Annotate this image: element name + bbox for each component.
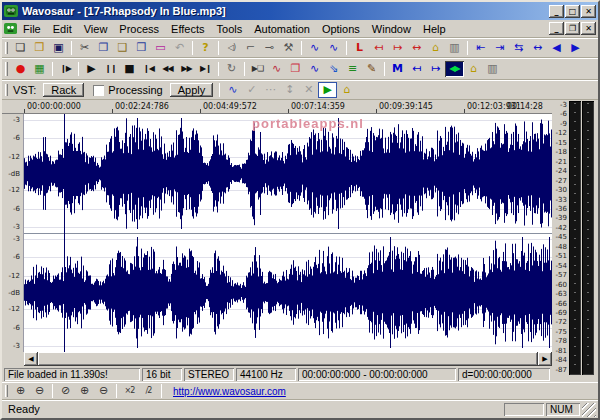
pause-icon[interactable]: ❙❙ (101, 61, 120, 77)
toolbar-gripper[interactable] (5, 84, 8, 97)
rewind-icon[interactable]: ◀◀ (158, 61, 177, 77)
loop-lock-icon[interactable]: ⌂ (426, 40, 445, 56)
vst-lock-icon[interactable]: ⌂ (337, 82, 356, 98)
zoom-x2-icon[interactable]: ×2 (120, 383, 139, 399)
region-list-icon[interactable]: ≡ (343, 61, 362, 77)
processing-checkbox[interactable] (93, 85, 104, 96)
next-view-icon[interactable]: ▶ (566, 40, 585, 56)
loop-start-icon[interactable]: L (350, 40, 369, 56)
mdi-restore-button[interactable]: ❐ (565, 22, 580, 35)
menu-item-process[interactable]: Process (113, 22, 165, 36)
close-button[interactable]: ✕ (581, 5, 596, 18)
record-options-icon[interactable]: ▦ (30, 61, 49, 77)
undo-icon[interactable]: ↶ (170, 40, 189, 56)
next-marker-icon[interactable]: ↦ (426, 61, 445, 77)
waveform-canvas[interactable] (24, 114, 552, 352)
pencil-icon[interactable]: ✎ (362, 61, 381, 77)
fade-icon[interactable]: ⇘ (324, 61, 343, 77)
go-end-icon[interactable]: ▶❙ (196, 61, 215, 77)
go-start-icon[interactable]: ❙◀ (139, 61, 158, 77)
resize-grip[interactable] (582, 403, 596, 417)
record-icon[interactable]: ● (11, 61, 30, 77)
menu-item-automation[interactable]: Automation (248, 22, 316, 36)
help-icon[interactable]: ? (196, 40, 215, 56)
menu-item-file[interactable]: File (17, 22, 47, 36)
zoom-vertical-out-icon[interactable]: ⊖ (94, 383, 113, 399)
menu-item-window[interactable]: Window (366, 22, 417, 36)
fit-wave-icon[interactable]: ∿ (324, 40, 343, 56)
horizontal-scrollbar[interactable]: ◀ ▶ (2, 352, 552, 366)
menu-item-view[interactable]: View (78, 22, 114, 36)
mdi-close-button[interactable]: ✕ (581, 22, 596, 35)
wrench-icon[interactable]: ⚒ (279, 40, 298, 56)
toolbar-gripper[interactable] (5, 385, 8, 396)
env-apply-icon[interactable]: ✓ (242, 82, 261, 98)
zoom-selection-icon[interactable]: ⊘ (56, 383, 75, 399)
zoom-wave-icon[interactable]: ∿ (305, 40, 324, 56)
prev-view-icon[interactable]: ◀ (547, 40, 566, 56)
open-folder-icon[interactable]: ❒ (30, 40, 49, 56)
envelope-icon[interactable]: ∿ (223, 82, 242, 98)
env-more-icon[interactable]: ⋯ (261, 82, 280, 98)
paste-icon[interactable]: ❑ (113, 40, 132, 56)
scrollbar-thumb[interactable] (38, 352, 538, 366)
menu-item-tools[interactable]: Tools (211, 22, 249, 36)
new-file-icon[interactable]: ❏ (11, 40, 30, 56)
fast-forward-icon[interactable]: ▶▶ (177, 61, 196, 77)
menu-item-effects[interactable]: Effects (165, 22, 210, 36)
zoom-in-icon[interactable]: ⊕ (11, 383, 30, 399)
env-delete-icon[interactable]: ✕ (299, 82, 318, 98)
zoom-out-icon[interactable]: ⊖ (30, 383, 49, 399)
save-icon[interactable]: ▣ (49, 40, 68, 56)
title-bar[interactable]: Wavosaur - [17-Rhapsody In Blue.mp3] _ □… (2, 2, 598, 20)
marker-lock-icon[interactable]: ⌂ (464, 61, 483, 77)
snap-left-icon[interactable]: ⇆ (509, 40, 528, 56)
toolbar-gripper[interactable] (5, 62, 8, 76)
crop-icon[interactable]: ▭ (151, 40, 170, 56)
loop-in-arrow-icon[interactable]: ↤ (369, 40, 388, 56)
maximize-button[interactable]: □ (565, 5, 580, 18)
zoom-vertical-in-icon[interactable]: ⊕ (75, 383, 94, 399)
prev-marker-icon[interactable]: ↤ (407, 61, 426, 77)
resample-icon[interactable]: ∿ (305, 61, 324, 77)
loop-playback-icon[interactable]: ↻ (222, 61, 241, 77)
statistics-icon[interactable]: ∿ (267, 61, 286, 77)
speaker-icon[interactable]: ◁) (222, 40, 241, 56)
marker-nav-icon[interactable]: ◀▶ (445, 61, 464, 77)
scroll-left-icon[interactable]: ◀ (24, 352, 38, 366)
stop-icon[interactable]: ■ (120, 61, 139, 77)
mdi-minimize-button[interactable]: _ (549, 22, 564, 35)
snap-right-icon[interactable]: ↔ (528, 40, 547, 56)
wavosaur-link[interactable]: http://www.wavosaur.com (173, 386, 286, 397)
loop-delete-icon[interactable]: ▥ (445, 40, 464, 56)
menu-item-edit[interactable]: Edit (47, 22, 78, 36)
vst-rack-button[interactable]: Rack (43, 83, 84, 97)
marker-icon[interactable]: M (388, 61, 407, 77)
zoom-sel-out-icon[interactable]: ⇥ (490, 40, 509, 56)
copy-regions-icon[interactable]: ❐ (286, 61, 305, 77)
marker-delete-icon[interactable]: ▥ (483, 61, 502, 77)
monitor-play-icon[interactable]: ▶ (318, 82, 337, 98)
toolbar-gripper[interactable] (5, 42, 8, 55)
loop-out-arrow-icon[interactable]: ↦ (388, 40, 407, 56)
playback-cursor[interactable] (64, 114, 65, 352)
menu-item-help[interactable]: Help (417, 22, 452, 36)
menu-item-options[interactable]: Options (316, 22, 366, 36)
node-icon[interactable]: ⊸ (260, 40, 279, 56)
waveform-display[interactable]: portableapps.nl (24, 114, 552, 352)
timeline-ruler[interactable]: 00:00:00:00000:02:24:78600:04:49:57200:0… (2, 100, 552, 114)
insert-audio-icon[interactable]: ▶❏ (248, 61, 267, 77)
scroll-right-icon[interactable]: ▶ (538, 352, 552, 366)
play-from-cursor-icon[interactable]: ❙▶ (56, 61, 75, 77)
paste-special-icon[interactable]: ❒ (132, 40, 151, 56)
routing-icon[interactable]: ⌐ (241, 40, 260, 56)
vst-apply-button[interactable]: Apply (170, 83, 214, 97)
cut-icon[interactable]: ✂ (75, 40, 94, 56)
loop-wave-icon[interactable]: ↔ (407, 40, 426, 56)
copy-icon[interactable]: ❐ (94, 40, 113, 56)
play-icon[interactable]: ▶ (82, 61, 101, 77)
env-scale-icon[interactable]: ↕ (280, 82, 299, 98)
zoom-half-icon[interactable]: ∕2 (139, 383, 158, 399)
minimize-button[interactable]: _ (549, 5, 564, 18)
zoom-sel-in-icon[interactable]: ⇤ (471, 40, 490, 56)
